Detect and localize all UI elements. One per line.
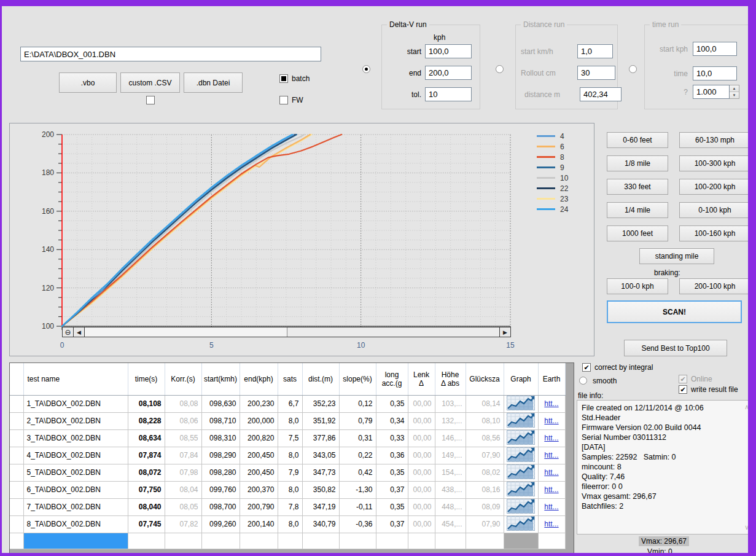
cell-korr[interactable]: 07,82 xyxy=(165,515,201,533)
graph-icon[interactable] xyxy=(507,482,535,496)
cell-start[interactable]: 098,700 xyxy=(201,498,240,515)
btn-0-60-feet[interactable]: 0-60 feet xyxy=(607,132,668,148)
btn-standing-mile[interactable]: standing mile xyxy=(639,248,714,264)
cell-glueck[interactable]: 08,09 xyxy=(466,498,504,515)
cell-slope[interactable]: -0,36 xyxy=(339,515,376,533)
cell-dist[interactable]: 340,79 xyxy=(302,515,339,533)
cell-lenk[interactable] xyxy=(408,533,435,549)
column-header-graph[interactable]: Graph xyxy=(504,363,538,395)
cell-dist[interactable]: 347,19 xyxy=(302,498,339,515)
column-header-end[interactable]: end(kph) xyxy=(240,363,278,395)
rollout-input[interactable] xyxy=(577,66,615,80)
cell-name[interactable]: 8_TA\DBOX_002.DBN xyxy=(23,515,128,533)
cell-korr[interactable] xyxy=(165,533,201,549)
cell-slope[interactable]: 0,22 xyxy=(339,447,376,464)
column-header-korr[interactable]: Korr.(s) xyxy=(165,363,201,395)
cell-graph[interactable] xyxy=(504,464,538,481)
distance-run-radio[interactable] xyxy=(496,65,504,73)
cell-sel[interactable] xyxy=(10,464,23,481)
cell-graph[interactable] xyxy=(504,533,538,549)
cell-end[interactable]: 200,450 xyxy=(240,464,278,481)
cell-name[interactable]: 4_TA\DBOX_002.DBN xyxy=(23,447,128,464)
chart-scrollbar[interactable]: ⊖ ◀ ▶ xyxy=(62,327,511,337)
cell-acc[interactable]: 0,36 xyxy=(376,447,408,464)
cell-hoehe[interactable]: 438,... xyxy=(435,481,466,498)
btn-100-160-kph[interactable]: 100-160 kph xyxy=(679,225,750,241)
dbn-datei-button[interactable]: .dbn Datei xyxy=(184,72,243,93)
distance-start-input[interactable] xyxy=(577,44,613,58)
cell-sats[interactable] xyxy=(278,533,302,549)
smooth-radio[interactable] xyxy=(579,377,587,385)
cell-dist[interactable]: 377,86 xyxy=(302,429,339,447)
cell-start[interactable]: 098,290 xyxy=(201,447,240,464)
cell-time[interactable]: 07,874 xyxy=(128,447,165,464)
cell-sats[interactable]: 8,0 xyxy=(278,412,302,429)
cell-sats[interactable]: 7,9 xyxy=(278,464,302,481)
send-best-button[interactable]: Send Best to Top100 xyxy=(624,340,727,356)
earth-link[interactable]: htt... xyxy=(544,503,558,511)
cell-acc[interactable]: 0,35 xyxy=(376,395,408,412)
custom-csv-button[interactable]: custom .CSV xyxy=(120,72,180,93)
cell-sats[interactable]: 8,0 xyxy=(278,481,302,498)
cell-start[interactable]: 098,630 xyxy=(201,395,240,412)
cell-start[interactable]: 098,310 xyxy=(201,429,240,447)
cell-glueck[interactable]: 08,02 xyxy=(466,464,504,481)
cell-acc[interactable]: 0,35 xyxy=(376,498,408,515)
cell-time[interactable]: 08,072 xyxy=(128,464,165,481)
graph-icon[interactable] xyxy=(507,464,535,479)
cell-earth[interactable]: htt... xyxy=(538,412,565,429)
cell-end[interactable]: 200,000 xyxy=(240,412,278,429)
cell-acc[interactable]: 0,37 xyxy=(376,515,408,533)
cell-glueck[interactable]: 08,14 xyxy=(466,395,504,412)
cell-end[interactable] xyxy=(240,533,278,549)
cell-korr[interactable]: 07,84 xyxy=(165,447,201,464)
cell-time[interactable]: 08,108 xyxy=(128,395,165,412)
scroll-up-icon[interactable]: ∧ xyxy=(744,403,749,411)
graph-icon[interactable] xyxy=(507,430,535,445)
cell-time[interactable]: 08,040 xyxy=(128,498,165,515)
cell-acc[interactable]: 0,35 xyxy=(376,464,408,481)
cell-sats[interactable]: 6,7 xyxy=(278,395,302,412)
cell-time[interactable]: 08,228 xyxy=(128,412,165,429)
cell-earth[interactable]: htt... xyxy=(538,447,565,464)
column-header-dist[interactable]: dist.(m) xyxy=(302,363,339,395)
cell-end[interactable]: 200,370 xyxy=(240,481,278,498)
btn-1000-feet[interactable]: 1000 feet xyxy=(607,225,668,241)
cell-hoehe[interactable]: 154,... xyxy=(435,464,466,481)
csv-option-checkbox[interactable] xyxy=(146,96,155,104)
cell-end[interactable]: 200,790 xyxy=(240,498,278,515)
graph-icon[interactable] xyxy=(507,396,535,410)
earth-link[interactable]: htt... xyxy=(544,451,558,460)
cell-lenk[interactable]: 00,00 xyxy=(408,498,435,515)
spinner-input[interactable] xyxy=(693,85,730,99)
cell-graph[interactable] xyxy=(504,429,538,447)
cell-sel[interactable] xyxy=(10,515,23,533)
cell-glueck[interactable]: 08,56 xyxy=(466,429,504,447)
cell-dist[interactable]: 350,82 xyxy=(302,481,339,498)
cell-sats[interactable]: 8,0 xyxy=(278,447,302,464)
graph-icon[interactable] xyxy=(507,447,535,462)
cell-dist[interactable]: 352,23 xyxy=(302,395,339,412)
cell-graph[interactable] xyxy=(504,395,538,412)
scrollbar-thumb[interactable] xyxy=(85,327,287,337)
cell-korr[interactable]: 08,06 xyxy=(165,412,201,429)
btn-60-130-mph[interactable]: 60-130 mph xyxy=(679,132,750,148)
cell-name[interactable]: 7_TA\DBOX_002.DBN xyxy=(23,498,128,515)
cell-slope[interactable]: -1,30 xyxy=(339,481,376,498)
cell-lenk[interactable]: 00,00 xyxy=(408,429,435,447)
cell-slope[interactable]: -0,11 xyxy=(339,498,376,515)
cell-start[interactable]: 099,760 xyxy=(201,481,240,498)
cell-graph[interactable] xyxy=(504,481,538,498)
cell-start[interactable]: 098,280 xyxy=(201,464,240,481)
column-header-acc[interactable]: longacc.(g xyxy=(376,363,408,395)
cell-earth[interactable]: htt... xyxy=(538,481,565,498)
cell-dist[interactable]: 347,73 xyxy=(302,464,339,481)
cell-graph[interactable] xyxy=(504,447,538,464)
cell-sel[interactable] xyxy=(10,412,23,429)
zoom-out-icon[interactable]: ⊖ xyxy=(63,327,74,337)
cell-sel[interactable] xyxy=(10,498,23,515)
earth-link[interactable]: htt... xyxy=(544,417,558,425)
cell-earth[interactable]: htt... xyxy=(538,464,565,481)
earth-link[interactable]: htt... xyxy=(544,434,558,442)
earth-link[interactable]: htt... xyxy=(544,485,558,494)
